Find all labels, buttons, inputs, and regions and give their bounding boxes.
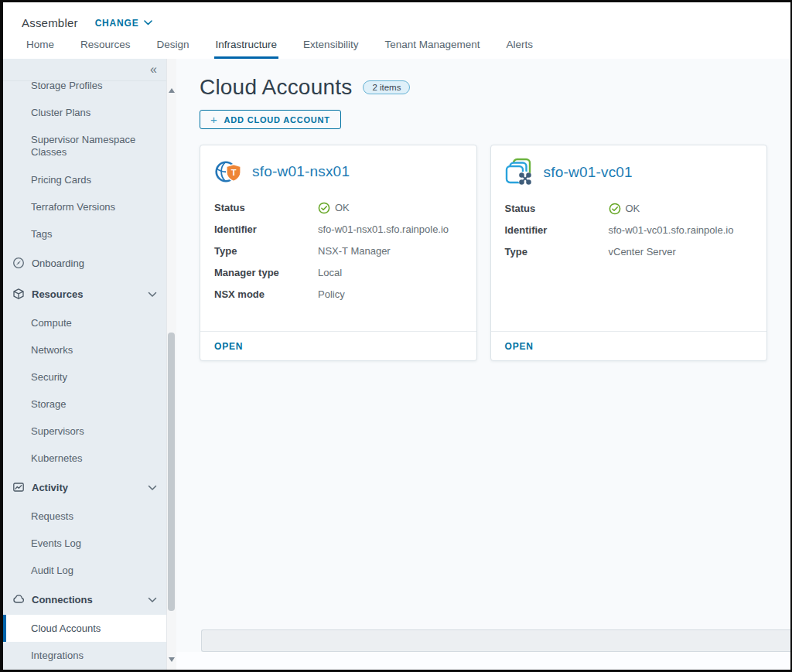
body-row: « Storage ProfilesCluster PlansSuperviso… [3,59,790,670]
tab-alerts[interactable]: Alerts [504,39,534,59]
sidebar-item-pricing-cards[interactable]: Pricing Cards [3,166,166,193]
activity-chart-icon [12,481,25,493]
cloud-account-card-sfo-w01-vc01: sfo-w01-vc01StatusOKIdentifiersfo-w01-vc… [490,145,768,361]
card-open-link[interactable]: OPEN [505,341,534,352]
card-field-identifier: Identifiersfo-w01-vc01.sfo.rainpole.io [491,223,767,237]
sidebar-collapse-button[interactable]: « [150,63,157,76]
tab-infrastructure[interactable]: Infrastructure [214,39,279,59]
cloud-icon [12,593,25,605]
field-value-text: OK [335,201,350,215]
change-label: CHANGE [95,18,139,29]
tab-home[interactable]: Home [25,39,56,59]
items-count-badge: 2 items [363,80,410,94]
sidebar-item-cluster-plans[interactable]: Cluster Plans [3,99,166,126]
chevron-down-icon [148,594,157,605]
sidebar-item-activity[interactable]: Activity [3,472,166,503]
field-value-text: NSX-T Manager [318,244,391,258]
top-header: Assembler CHANGE HomeResourcesDesignInfr… [3,2,790,59]
plus-icon: + [210,114,218,125]
field-label: Identifier [214,223,318,237]
cube-icon [12,288,25,300]
sidebar-item-storage[interactable]: Storage [3,391,166,418]
card-footer: OPEN [491,331,767,360]
field-value-text: sfo-w01-nsx01.sfo.rainpole.io [318,223,449,237]
field-label: Type [214,244,318,258]
sidebar-section-label: Onboarding [32,258,157,269]
field-label: Type [505,245,609,259]
sidebar-section-label: Connections [32,594,141,605]
card-field-type: TypeNSX-T Manager [200,244,476,258]
card-field-manager-type: Manager typeLocal [200,266,476,280]
field-value-text: sfo-w01-vc01.sfo.rainpole.io [609,223,734,237]
card-field-status: StatusOK [200,201,476,215]
sidebar: « Storage ProfilesCluster PlansSuperviso… [3,59,166,670]
sidebar-item-security[interactable]: Security [3,363,166,391]
sidebar-item-requests[interactable]: Requests [3,503,166,530]
sidebar-item-integrations[interactable]: Integrations [3,642,166,669]
card-field-type: TypevCenter Server [491,245,767,259]
scroll-up-arrow-icon[interactable] [169,88,175,93]
scroll-down-arrow-icon[interactable] [169,657,175,662]
tab-design[interactable]: Design [155,39,191,59]
add-cloud-account-button[interactable]: + ADD CLOUD ACCOUNT [200,110,341,129]
field-label: Status [505,202,609,216]
field-value-text: OK [626,202,640,216]
sidebar-item-events-log[interactable]: Events Log [3,530,166,557]
field-value: sfo-w01-nsx01.sfo.rainpole.io [318,223,449,237]
vcenter-account-icon [505,158,534,186]
scrollbar-thumb[interactable] [168,333,175,611]
bottom-strip [176,652,790,670]
sidebar-item-compute[interactable]: Compute [3,309,166,336]
sidebar-item-resources[interactable]: Resources [3,278,166,309]
card-open-link[interactable]: OPEN [214,341,243,352]
field-value: NSX-T Manager [318,244,391,258]
sidebar-item-cloud-accounts[interactable]: Cloud Accounts [3,615,166,642]
tab-resources[interactable]: Resources [79,39,132,59]
field-label: NSX mode [214,288,318,302]
sidebar-scrollbar[interactable] [166,59,176,670]
field-value-text: vCenter Server [609,245,676,259]
card-header: sfo-w01-vc01 [491,145,767,186]
card-field-identifier: Identifiersfo-w01-nsx01.sfo.rainpole.io [200,223,476,237]
sidebar-nav-list: Storage ProfilesCluster PlansSupervisor … [3,81,166,670]
field-value: Local [318,266,342,280]
brand-row: Assembler CHANGE [3,2,790,35]
main-content: Cloud Accounts 2 items + ADD CLOUD ACCOU… [176,59,790,670]
sidebar-item-connections[interactable]: Connections [3,584,166,615]
nsx-account-icon: T [214,158,243,186]
app-window: Assembler CHANGE HomeResourcesDesignInfr… [0,0,792,672]
page-title: Cloud Accounts [200,74,352,101]
sidebar-item-networks[interactable]: Networks [3,336,166,363]
field-value: OK [609,202,640,216]
change-project-button[interactable]: CHANGE [95,18,153,29]
field-value: sfo-w01-vc01.sfo.rainpole.io [609,223,734,237]
chevron-down-icon [148,482,157,493]
sidebar-item-tags[interactable]: Tags [3,220,166,247]
field-label: Status [214,201,318,215]
svg-text:T: T [231,168,237,177]
sidebar-item-supervisor-namespace-classes[interactable]: Supervisor Namespace Classes [3,126,147,166]
sidebar-item-audit-log[interactable]: Audit Log [3,557,166,584]
tab-tenant-management[interactable]: Tenant Management [383,39,481,59]
field-label: Identifier [505,223,609,237]
card-header: Tsfo-w01-nsx01 [200,145,476,186]
card-field-nsx-mode: NSX modePolicy [200,288,476,302]
cloud-account-cards: Tsfo-w01-nsx01StatusOKIdentifiersfo-w01-… [200,145,767,361]
card-title: sfo-w01-vc01 [544,164,633,181]
field-value-text: Local [318,266,342,280]
sidebar-item-terraform-versions[interactable]: Terraform Versions [3,193,166,220]
chevron-down-icon [148,288,157,300]
sidebar-item-onboarding[interactable]: Onboarding [3,247,166,278]
tab-extensibility[interactable]: Extensibility [302,39,360,59]
compass-icon [12,257,25,269]
title-row: Cloud Accounts 2 items [200,74,790,101]
cloud-account-card-sfo-w01-nsx01: Tsfo-w01-nsx01StatusOKIdentifiersfo-w01-… [200,145,477,361]
sidebar-item-storage-profiles[interactable]: Storage Profiles [3,81,166,99]
sidebar-item-kubernetes[interactable]: Kubernetes [3,445,166,472]
sidebar-item-supervisors[interactable]: Supervisors [3,418,166,445]
field-value: Policy [318,288,345,302]
status-ok-icon [609,203,621,215]
chevron-down-icon [144,20,152,26]
field-value-text: Policy [318,288,345,302]
card-title: sfo-w01-nsx01 [252,163,350,180]
